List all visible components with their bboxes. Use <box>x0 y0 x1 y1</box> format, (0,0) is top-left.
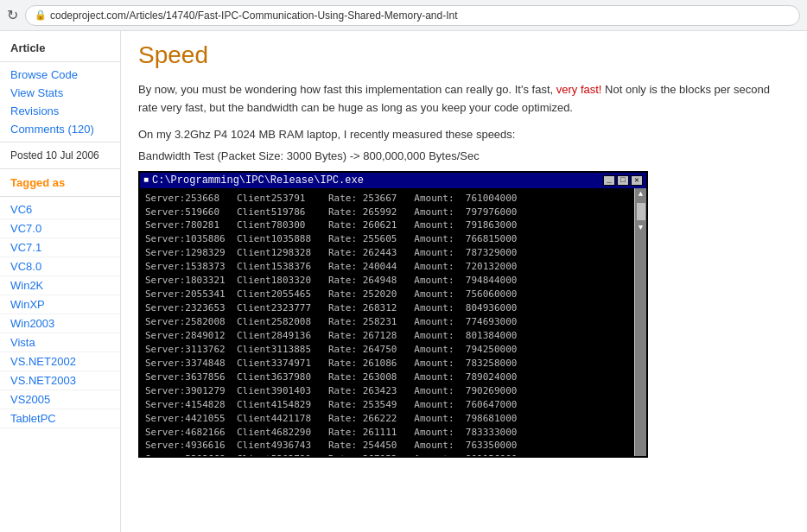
sidebar-link-view-stats[interactable]: View Stats <box>0 84 120 102</box>
sidebar-tag-vc6[interactable]: VC6 <box>0 200 120 219</box>
refresh-icon[interactable]: ↻ <box>7 7 18 23</box>
console-output: Server:253668 Client253791 Rate: 253667 … <box>145 192 641 456</box>
page-body: Article Browse Code View Stats Revisions… <box>0 31 807 532</box>
measure-paragraph: On my 3.2Ghz P4 1024 MB RAM laptop, I re… <box>138 128 790 141</box>
console-body: Server:253668 Client253791 Rate: 253667 … <box>140 188 646 456</box>
sidebar-link-comments[interactable]: Comments (120) <box>0 120 120 138</box>
sidebar-tag-vc71[interactable]: VC7.1 <box>0 238 120 257</box>
scroll-thumb[interactable] <box>637 203 645 220</box>
sidebar: Article Browse Code View Stats Revisions… <box>0 31 121 532</box>
sidebar-tag-win2k[interactable]: Win2K <box>0 276 120 295</box>
console-close-button[interactable]: ✕ <box>631 175 643 186</box>
sidebar-tag-vista[interactable]: Vista <box>0 333 120 352</box>
main-content: Speed By now, you must be wondering how … <box>121 31 807 532</box>
page-heading: Speed <box>138 41 790 69</box>
sidebar-tag-tabletpc[interactable]: TabletPC <box>0 409 120 428</box>
console-title-left: ■ C:\Programming\IPC\Release\IPC.exe <box>143 174 364 187</box>
console-title-text: C:\Programming\IPC\Release\IPC.exe <box>152 174 364 187</box>
sidebar-link-browse-code[interactable]: Browse Code <box>0 66 120 84</box>
sidebar-tag-vsnet2003[interactable]: VS.NET2003 <box>0 371 120 390</box>
intro-highlight: very fast! <box>556 83 602 96</box>
browser-bar: ↻ 🔒 codeproject.com/Articles/14740/Fast-… <box>0 0 807 31</box>
bandwidth-text-content: Bandwidth Test (Packet Size: 3000 Bytes)… <box>138 149 480 162</box>
sidebar-posted: Posted 10 Jul 2006 <box>0 146 120 165</box>
scroll-down-arrow[interactable]: ▼ <box>638 222 644 235</box>
bandwidth-paragraph: Bandwidth Test (Packet Size: 3000 Bytes)… <box>138 149 790 162</box>
intro-paragraph: By now, you must be wondering how fast t… <box>138 81 790 117</box>
sidebar-section-title: Article <box>0 38 120 58</box>
scroll-up-arrow[interactable]: ▲ <box>638 188 644 201</box>
sidebar-tag-vsnet2002[interactable]: VS.NET2002 <box>0 352 120 371</box>
console-restore-button[interactable]: □ <box>617 175 629 186</box>
intro-part1: By now, you must be wondering how fast t… <box>138 83 556 96</box>
sidebar-tag-winxp[interactable]: WinXP <box>0 295 120 314</box>
sidebar-tag-vc80[interactable]: VC8.0 <box>0 257 120 276</box>
sidebar-tag-vs2005[interactable]: VS2005 <box>0 390 120 409</box>
sidebar-tagged-label: Tagged as <box>0 173 120 193</box>
address-bar[interactable]: 🔒 codeproject.com/Articles/14740/Fast-IP… <box>25 5 800 26</box>
sidebar-link-revisions[interactable]: Revisions <box>0 102 120 120</box>
sidebar-tag-vc70[interactable]: VC7.0 <box>0 219 120 238</box>
lock-icon: 🔒 <box>35 10 47 21</box>
console-window: ■ C:\Programming\IPC\Release\IPC.exe _ □… <box>138 171 648 458</box>
sidebar-tag-win2003[interactable]: Win2003 <box>0 314 120 333</box>
console-scrollbar[interactable]: ▲ ▼ <box>634 188 646 456</box>
console-minimize-button[interactable]: _ <box>603 175 615 186</box>
console-app-icon: ■ <box>143 175 149 185</box>
url-text: codeproject.com/Articles/14740/Fast-IPC-… <box>50 10 458 22</box>
console-titlebar: ■ C:\Programming\IPC\Release\IPC.exe _ □… <box>140 173 646 188</box>
console-window-buttons: _ □ ✕ <box>603 175 643 186</box>
measure-text-content: On my 3.2Ghz P4 1024 MB RAM laptop, I re… <box>138 128 515 141</box>
